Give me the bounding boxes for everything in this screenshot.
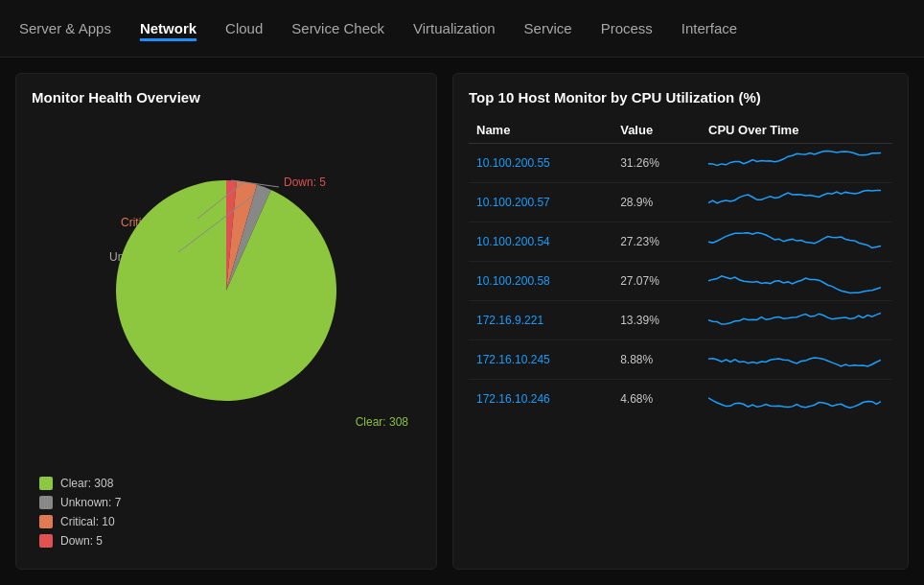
cell-sparkline [701, 380, 892, 419]
cell-name[interactable]: 172.16.10.245 [469, 340, 612, 380]
nav-server-apps[interactable]: Server & Apps [19, 16, 111, 40]
legend-label-unknown: Unknown: 7 [60, 496, 121, 509]
legend-dot-down [39, 534, 53, 548]
sparkline-chart [708, 346, 881, 373]
sparkline-chart [708, 268, 881, 294]
label-clear-bottom: Clear: 308 [356, 415, 408, 429]
cell-sparkline [701, 340, 892, 380]
sparkline-chart [708, 386, 881, 412]
table-row: 172.16.10.245 8.88% [469, 340, 892, 380]
cell-name[interactable]: 10.100.200.58 [469, 262, 612, 301]
nav-process[interactable]: Process [601, 16, 653, 40]
cell-value: 28.9% [612, 183, 701, 222]
pie-chart-area: Down: 5 Critical: 10 Unknown: 7 Clear: 3… [32, 115, 421, 469]
sparkline-chart [708, 150, 881, 176]
cell-sparkline [701, 144, 892, 183]
table-row: 10.100.200.55 31.26% [469, 144, 892, 183]
pie-chart [102, 166, 351, 415]
legend-dot-unknown [39, 496, 53, 509]
right-panel-title: Top 10 Host Monitor by CPU Utilization (… [469, 89, 892, 105]
table-row: 10.100.200.57 28.9% [469, 183, 892, 222]
cpu-table: Name Value CPU Over Time 10.100.200.55 3… [469, 117, 892, 418]
legend-label-down: Down: 5 [60, 534, 103, 548]
cell-sparkline [701, 262, 892, 301]
cell-value: 8.88% [612, 340, 701, 380]
table-row: 172.16.9.221 13.39% [469, 301, 892, 340]
cell-sparkline [701, 222, 892, 262]
cell-value: 27.23% [612, 222, 701, 262]
sparkline-chart [708, 189, 881, 216]
nav-service-check[interactable]: Service Check [291, 16, 384, 40]
cell-sparkline [701, 183, 892, 222]
table-row: 172.16.10.246 4.68% [469, 380, 892, 419]
pie-legend: Clear: 308 Unknown: 7 Critical: 10 Down:… [32, 477, 421, 553]
col-value: Value [612, 117, 701, 144]
cell-name[interactable]: 10.100.200.55 [469, 144, 612, 183]
cell-name[interactable]: 10.100.200.54 [469, 222, 612, 262]
cell-value: 27.07% [612, 262, 701, 301]
legend-dot-clear [39, 477, 53, 490]
legend-down: Down: 5 [39, 534, 421, 548]
left-panel-title: Monitor Health Overview [32, 89, 421, 105]
cell-value: 31.26% [612, 144, 701, 183]
legend-dot-critical [39, 515, 53, 528]
cell-name[interactable]: 172.16.10.246 [469, 380, 612, 419]
nav-interface[interactable]: Interface [681, 16, 737, 40]
nav-network[interactable]: Network [140, 16, 196, 41]
table-row: 10.100.200.54 27.23% [469, 222, 892, 262]
cpu-table-panel: Top 10 Host Monitor by CPU Utilization (… [452, 73, 909, 570]
legend-unknown: Unknown: 7 [39, 496, 421, 509]
nav-virtualization[interactable]: Virtualization [413, 16, 496, 40]
cell-sparkline [701, 301, 892, 340]
cell-value: 13.39% [612, 301, 701, 340]
sparkline-chart [708, 307, 881, 334]
table-row: 10.100.200.58 27.07% [469, 262, 892, 301]
main-nav: Server & Apps Network Cloud Service Chec… [0, 0, 924, 58]
col-cpu-over-time: CPU Over Time [701, 117, 892, 144]
legend-label-clear: Clear: 308 [60, 477, 113, 490]
nav-service[interactable]: Service [524, 16, 572, 40]
sparkline-chart [708, 228, 881, 255]
legend-critical: Critical: 10 [39, 515, 421, 528]
main-content: Monitor Health Overview Down: 5 Critical… [0, 58, 924, 585]
nav-cloud[interactable]: Cloud [225, 16, 263, 40]
cell-name[interactable]: 172.16.9.221 [469, 301, 612, 340]
cell-name[interactable]: 10.100.200.57 [469, 183, 612, 222]
monitor-health-panel: Monitor Health Overview Down: 5 Critical… [15, 73, 437, 570]
legend-clear: Clear: 308 [39, 477, 421, 490]
cell-value: 4.68% [612, 380, 701, 419]
table-header-row: Name Value CPU Over Time [469, 117, 892, 144]
col-name: Name [469, 117, 612, 144]
legend-label-critical: Critical: 10 [60, 515, 115, 528]
